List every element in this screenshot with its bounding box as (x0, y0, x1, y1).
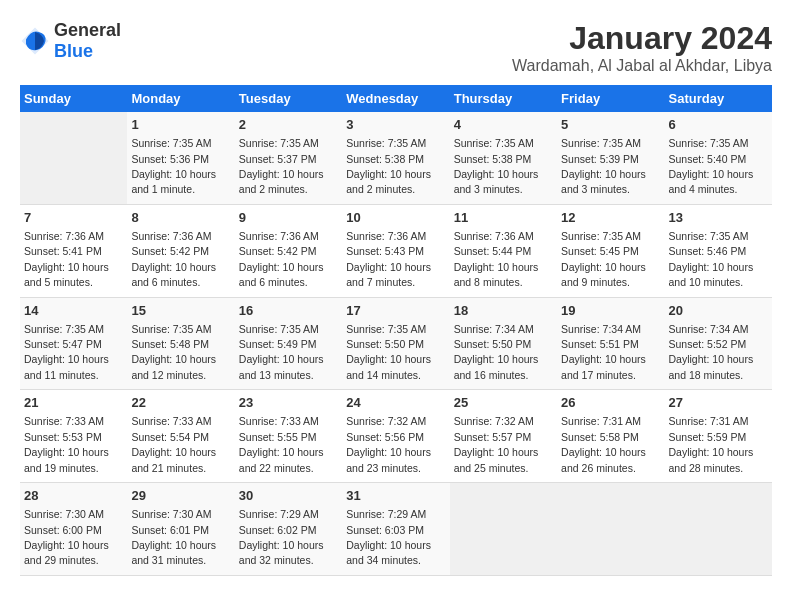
header-sunday: Sunday (20, 85, 127, 112)
day-cell-w5-d2: 29 Sunrise: 7:30 AM Sunset: 6:01 PM Dayl… (127, 483, 234, 576)
sunset-text: Sunset: 5:39 PM (561, 153, 639, 165)
daylight-text: Daylight: 10 hours and 6 minutes. (131, 261, 216, 288)
day-number: 28 (24, 487, 123, 505)
sunset-text: Sunset: 5:43 PM (346, 245, 424, 257)
sunrise-text: Sunrise: 7:35 AM (561, 230, 641, 242)
day-cell-w1-d6: 5 Sunrise: 7:35 AM Sunset: 5:39 PM Dayli… (557, 112, 664, 204)
day-cell-w2-d5: 11 Sunrise: 7:36 AM Sunset: 5:44 PM Dayl… (450, 204, 557, 297)
day-cell-w2-d7: 13 Sunrise: 7:35 AM Sunset: 5:46 PM Dayl… (665, 204, 772, 297)
daylight-text: Daylight: 10 hours and 8 minutes. (454, 261, 539, 288)
day-cell-w1-d7: 6 Sunrise: 7:35 AM Sunset: 5:40 PM Dayli… (665, 112, 772, 204)
daylight-text: Daylight: 10 hours and 14 minutes. (346, 353, 431, 380)
header-saturday: Saturday (665, 85, 772, 112)
day-number: 10 (346, 209, 445, 227)
sunset-text: Sunset: 5:38 PM (346, 153, 424, 165)
day-cell-w1-d4: 3 Sunrise: 7:35 AM Sunset: 5:38 PM Dayli… (342, 112, 449, 204)
sunset-text: Sunset: 5:48 PM (131, 338, 209, 350)
day-number: 2 (239, 116, 338, 134)
day-cell-w3-d6: 19 Sunrise: 7:34 AM Sunset: 5:51 PM Dayl… (557, 297, 664, 390)
daylight-text: Daylight: 10 hours and 6 minutes. (239, 261, 324, 288)
day-cell-w4-d6: 26 Sunrise: 7:31 AM Sunset: 5:58 PM Dayl… (557, 390, 664, 483)
sunrise-text: Sunrise: 7:29 AM (346, 508, 426, 520)
sunset-text: Sunset: 5:51 PM (561, 338, 639, 350)
day-number: 20 (669, 302, 768, 320)
day-cell-w5-d6 (557, 483, 664, 576)
day-cell-w4-d5: 25 Sunrise: 7:32 AM Sunset: 5:57 PM Dayl… (450, 390, 557, 483)
day-number: 7 (24, 209, 123, 227)
daylight-text: Daylight: 10 hours and 9 minutes. (561, 261, 646, 288)
day-cell-w5-d1: 28 Sunrise: 7:30 AM Sunset: 6:00 PM Dayl… (20, 483, 127, 576)
sunrise-text: Sunrise: 7:36 AM (346, 230, 426, 242)
header-thursday: Thursday (450, 85, 557, 112)
day-number: 5 (561, 116, 660, 134)
daylight-text: Daylight: 10 hours and 3 minutes. (561, 168, 646, 195)
sunrise-text: Sunrise: 7:36 AM (454, 230, 534, 242)
daylight-text: Daylight: 10 hours and 29 minutes. (24, 539, 109, 566)
day-number: 24 (346, 394, 445, 412)
daylight-text: Daylight: 10 hours and 7 minutes. (346, 261, 431, 288)
day-cell-w3-d4: 17 Sunrise: 7:35 AM Sunset: 5:50 PM Dayl… (342, 297, 449, 390)
day-number: 31 (346, 487, 445, 505)
day-cell-w5-d5 (450, 483, 557, 576)
day-cell-w1-d5: 4 Sunrise: 7:35 AM Sunset: 5:38 PM Dayli… (450, 112, 557, 204)
calendar-title-area: January 2024 Wardamah, Al Jabal al Akhda… (512, 20, 772, 75)
daylight-text: Daylight: 10 hours and 31 minutes. (131, 539, 216, 566)
sunset-text: Sunset: 5:44 PM (454, 245, 532, 257)
header-friday: Friday (557, 85, 664, 112)
logo-blue-text: Blue (54, 41, 93, 61)
day-number: 27 (669, 394, 768, 412)
daylight-text: Daylight: 10 hours and 5 minutes. (24, 261, 109, 288)
day-number: 11 (454, 209, 553, 227)
sunrise-text: Sunrise: 7:35 AM (346, 137, 426, 149)
sunrise-text: Sunrise: 7:35 AM (239, 323, 319, 335)
day-number: 29 (131, 487, 230, 505)
sunset-text: Sunset: 5:42 PM (239, 245, 317, 257)
sunrise-text: Sunrise: 7:33 AM (24, 415, 104, 427)
sunrise-text: Sunrise: 7:34 AM (669, 323, 749, 335)
sunset-text: Sunset: 6:02 PM (239, 524, 317, 536)
daylight-text: Daylight: 10 hours and 3 minutes. (454, 168, 539, 195)
sunset-text: Sunset: 5:49 PM (239, 338, 317, 350)
day-number: 26 (561, 394, 660, 412)
sunrise-text: Sunrise: 7:35 AM (561, 137, 641, 149)
sunrise-text: Sunrise: 7:35 AM (239, 137, 319, 149)
day-number: 22 (131, 394, 230, 412)
day-number: 19 (561, 302, 660, 320)
day-number: 18 (454, 302, 553, 320)
sunrise-text: Sunrise: 7:33 AM (239, 415, 319, 427)
day-cell-w5-d3: 30 Sunrise: 7:29 AM Sunset: 6:02 PM Dayl… (235, 483, 342, 576)
location-subtitle: Wardamah, Al Jabal al Akhdar, Libya (512, 57, 772, 75)
sunrise-text: Sunrise: 7:35 AM (24, 323, 104, 335)
header-tuesday: Tuesday (235, 85, 342, 112)
daylight-text: Daylight: 10 hours and 25 minutes. (454, 446, 539, 473)
day-cell-w4-d3: 23 Sunrise: 7:33 AM Sunset: 5:55 PM Dayl… (235, 390, 342, 483)
sunrise-text: Sunrise: 7:35 AM (454, 137, 534, 149)
sunrise-text: Sunrise: 7:36 AM (131, 230, 211, 242)
daylight-text: Daylight: 10 hours and 26 minutes. (561, 446, 646, 473)
sunset-text: Sunset: 6:00 PM (24, 524, 102, 536)
daylight-text: Daylight: 10 hours and 10 minutes. (669, 261, 754, 288)
sunset-text: Sunset: 6:03 PM (346, 524, 424, 536)
sunset-text: Sunset: 5:38 PM (454, 153, 532, 165)
week-row-3: 14 Sunrise: 7:35 AM Sunset: 5:47 PM Dayl… (20, 297, 772, 390)
sunset-text: Sunset: 5:52 PM (669, 338, 747, 350)
sunset-text: Sunset: 5:59 PM (669, 431, 747, 443)
day-cell-w3-d7: 20 Sunrise: 7:34 AM Sunset: 5:52 PM Dayl… (665, 297, 772, 390)
daylight-text: Daylight: 10 hours and 21 minutes. (131, 446, 216, 473)
sunset-text: Sunset: 5:41 PM (24, 245, 102, 257)
day-cell-w2-d2: 8 Sunrise: 7:36 AM Sunset: 5:42 PM Dayli… (127, 204, 234, 297)
day-number: 9 (239, 209, 338, 227)
day-number: 8 (131, 209, 230, 227)
day-number: 1 (131, 116, 230, 134)
daylight-text: Daylight: 10 hours and 17 minutes. (561, 353, 646, 380)
header-monday: Monday (127, 85, 234, 112)
day-cell-w4-d4: 24 Sunrise: 7:32 AM Sunset: 5:56 PM Dayl… (342, 390, 449, 483)
daylight-text: Daylight: 10 hours and 12 minutes. (131, 353, 216, 380)
day-cell-w3-d5: 18 Sunrise: 7:34 AM Sunset: 5:50 PM Dayl… (450, 297, 557, 390)
day-cell-w4-d7: 27 Sunrise: 7:31 AM Sunset: 5:59 PM Dayl… (665, 390, 772, 483)
day-cell-w2-d3: 9 Sunrise: 7:36 AM Sunset: 5:42 PM Dayli… (235, 204, 342, 297)
day-number: 4 (454, 116, 553, 134)
sunset-text: Sunset: 5:42 PM (131, 245, 209, 257)
daylight-text: Daylight: 10 hours and 18 minutes. (669, 353, 754, 380)
sunset-text: Sunset: 5:46 PM (669, 245, 747, 257)
